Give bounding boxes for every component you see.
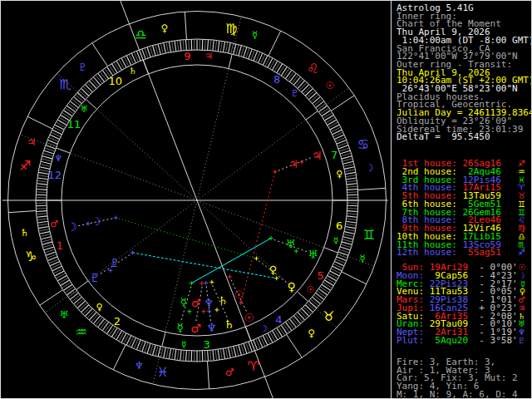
planet-marker-venus-transit (274, 276, 278, 280)
degree-tick (71, 293, 79, 299)
degree-tick (313, 297, 321, 303)
degree-tick (326, 117, 335, 122)
house-number-8: 8 (273, 73, 280, 86)
degree-tick (268, 58, 273, 67)
degree-tick (150, 47, 153, 57)
degree-tick (226, 42, 228, 52)
degree-tick (324, 280, 333, 286)
degree-tick (189, 351, 190, 361)
degree-tick (347, 184, 357, 185)
degree-tick (311, 95, 318, 101)
sign-boundary-line (8, 211, 36, 213)
degree-tick (37, 190, 47, 190)
degree-tick (64, 111, 72, 116)
planet-glyph-venus-outer: ♀ (287, 280, 295, 293)
degree-tick (343, 237, 353, 239)
degree-tick (213, 350, 214, 360)
degree-tick (172, 349, 174, 359)
degree-tick (169, 348, 170, 358)
degree-tick (340, 247, 350, 250)
house-number-7: 7 (331, 149, 337, 161)
house-label: 12th house: (397, 247, 462, 258)
degree-tick (46, 252, 56, 255)
degree-tick (86, 308, 93, 316)
degree-tick (223, 348, 224, 358)
degree-tick (68, 291, 76, 298)
degree-tick (322, 111, 330, 116)
pluto-icon: ♇ (518, 336, 525, 345)
degree-tick (177, 41, 179, 51)
degree-tick (175, 41, 176, 51)
sign-glyph-leo: ♌ (307, 61, 318, 76)
house-cell-separator (229, 54, 232, 69)
degree-tick (324, 115, 333, 121)
degree-tick (87, 310, 95, 318)
degree-tick (296, 79, 303, 86)
planet-glyph-saturn-inner: ♄ (218, 294, 228, 307)
degree-tick (164, 43, 166, 53)
degree-tick (42, 242, 52, 244)
zodiac-wheel: ♈♂♉♀♊☿♋☽♌☉♍☿♎♀♏♇♐♃♑♄♒♅♓♆1♂2♀3☿4☽5☉6☿7♀8♇… (1, 1, 391, 399)
degree-tick (244, 47, 247, 57)
degree-tick (43, 244, 53, 248)
planet-glyph-sun-inner: ☉ (234, 288, 244, 301)
degree-tick (296, 314, 303, 322)
degree-tick (210, 350, 211, 360)
degree-tick (249, 49, 252, 59)
degree-tick (121, 333, 126, 342)
degree-tick (79, 303, 86, 310)
house-ruler-glyph-pluto: ♇ (291, 88, 299, 99)
degree-tick (345, 172, 355, 174)
degree-tick (204, 351, 205, 361)
planet-glyph-uranus-outer: ♅ (308, 248, 318, 261)
degree-tick (86, 85, 93, 92)
degree-tick (175, 349, 176, 359)
degree-tick (320, 108, 328, 114)
degree-tick (172, 42, 174, 52)
house-ruler-glyph-venus: ♀ (96, 302, 102, 313)
degree-tick (38, 175, 48, 177)
sign-glyph-aries: ♈ (247, 358, 259, 374)
degree-tick (44, 247, 54, 250)
degree-tick (346, 175, 356, 177)
degree-tick (164, 347, 166, 357)
degree-tick (37, 180, 47, 182)
sign-boundary-line (342, 272, 367, 284)
sign-boundary-line (268, 31, 281, 56)
degree-tick (345, 229, 355, 231)
degree-tick (121, 58, 126, 67)
degree-tick (204, 40, 205, 50)
degree-tick (307, 303, 314, 310)
planet-marker-saturn-transit (214, 308, 219, 312)
degree-tick (37, 221, 47, 223)
degree-tick (347, 180, 357, 182)
degree-tick (279, 327, 285, 335)
degree-tick (79, 91, 86, 98)
degree-tick (241, 47, 244, 57)
house-number-6: 6 (336, 219, 342, 232)
degree-tick (37, 186, 47, 187)
sign-ruler-glyph-mars: ♂ (225, 367, 234, 378)
degree-tick (330, 125, 339, 130)
degree-tick (236, 346, 239, 356)
degree-tick (43, 153, 53, 156)
degree-tick (102, 322, 108, 330)
degree-tick (323, 113, 332, 119)
sign-boundary-line (40, 290, 63, 306)
degree-tick (274, 62, 279, 71)
degree-tick (307, 91, 314, 98)
degree-tick (55, 271, 64, 276)
planet-marker-mars-natal (200, 281, 204, 285)
degree-tick (293, 77, 300, 86)
planet-marker-sun-transit (239, 301, 243, 305)
sign-boundary-line (27, 116, 52, 129)
degree-tick (344, 232, 354, 234)
sign-boundary-line (185, 12, 186, 39)
degree-tick (318, 288, 327, 294)
degree-tick (40, 234, 50, 237)
degree-tick (57, 276, 66, 281)
degree-tick (340, 150, 350, 154)
house-ruler-glyph-mercury: ☿ (333, 235, 339, 246)
house-number-12: 12 (47, 169, 62, 181)
degree-tick (229, 347, 231, 357)
